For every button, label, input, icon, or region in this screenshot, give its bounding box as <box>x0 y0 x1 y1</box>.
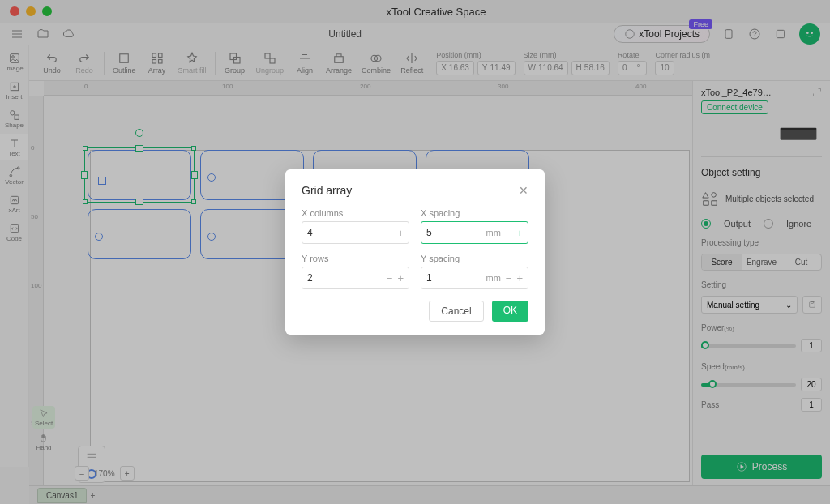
xcols-input[interactable]: 4 −+ <box>302 221 409 244</box>
minus-icon[interactable]: − <box>506 272 512 284</box>
yrows-value: 2 <box>307 272 387 284</box>
ok-button[interactable]: OK <box>492 301 528 322</box>
xcols-label: X columns <box>302 208 409 218</box>
plus-icon[interactable]: + <box>516 227 523 239</box>
yspacing-value: 1 <box>426 272 486 284</box>
yrows-label: Y rows <box>302 254 409 263</box>
minus-icon[interactable]: − <box>387 272 393 284</box>
plus-icon[interactable]: + <box>516 272 523 284</box>
minus-icon[interactable]: − <box>506 227 512 239</box>
yspacing-label: Y spacing <box>421 254 528 263</box>
yspacing-unit: mm <box>486 273 500 283</box>
cancel-button[interactable]: Cancel <box>429 301 483 322</box>
close-icon[interactable]: ✕ <box>519 184 528 197</box>
xspacing-input[interactable]: 5 mm −+ <box>421 221 528 244</box>
plus-icon[interactable]: + <box>397 272 404 284</box>
dialog-title: Grid array <box>302 184 352 197</box>
minus-icon[interactable]: − <box>387 227 393 239</box>
xcols-value: 4 <box>307 227 387 238</box>
plus-icon[interactable]: + <box>397 227 404 239</box>
xspacing-value: 5 <box>426 227 486 238</box>
yrows-input[interactable]: 2 −+ <box>302 267 409 289</box>
xspacing-unit: mm <box>486 228 500 237</box>
xspacing-label: X spacing <box>421 208 528 218</box>
grid-array-dialog: Grid array ✕ X columns 4 −+ X spacing 5 … <box>285 169 545 335</box>
modal-overlay: Grid array ✕ X columns 4 −+ X spacing 5 … <box>0 0 830 504</box>
yspacing-input[interactable]: 1 mm −+ <box>421 267 528 289</box>
